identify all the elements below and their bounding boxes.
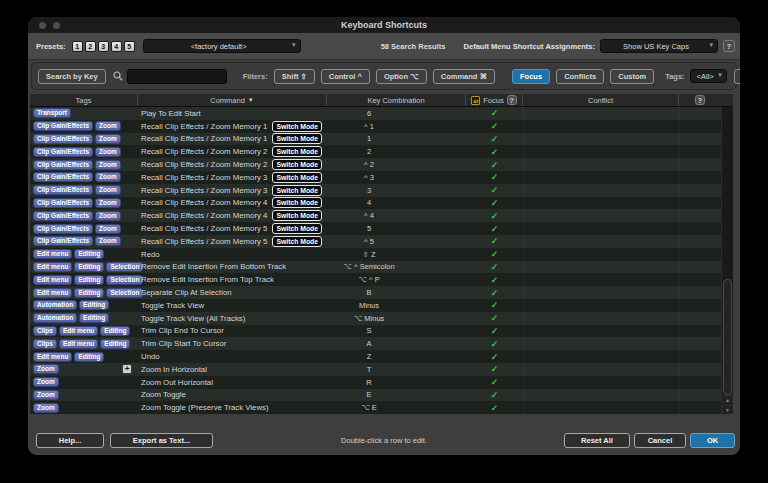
tag-pill[interactable]: Zoom [33,403,59,413]
switch-mode-button[interactable]: Switch Mode [272,223,322,234]
table-row[interactable]: TransportPlay To Edit Start6✓ [30,107,721,120]
table-row[interactable]: Clip Gain/EffectsZoomRecall Clip Effects… [30,133,721,146]
ok-button[interactable]: OK [690,433,735,448]
modifier-filter-button[interactable]: Command ⌘ [433,69,495,84]
table-row[interactable]: AutomationEditingToggle Track ViewMinus✓ [30,299,721,312]
table-row[interactable]: ZoomZoom Out HorizontalR✓ [30,376,721,389]
tag-pill[interactable]: Clip Gain/Effects [33,172,93,182]
scrollbar-thumb[interactable] [723,279,732,395]
expand-button[interactable]: + [122,364,132,374]
tag-pill[interactable]: Zoom [95,147,121,157]
column-header-tags[interactable]: Tags [30,94,138,106]
switch-mode-button[interactable]: Switch Mode [272,197,322,208]
reset-all-button[interactable]: Reset All [564,433,630,448]
tag-pill[interactable]: Zoom [95,172,121,182]
tag-pill[interactable]: Zoom [95,224,121,234]
tag-pill[interactable]: Edit menu [33,262,72,272]
help-button[interactable]: Help... [36,433,104,448]
switch-mode-button[interactable]: Switch Mode [272,210,322,221]
focus-help-button[interactable]: ? [507,95,517,105]
preset-button-3[interactable]: 3 [98,41,109,52]
table-row[interactable]: Clip Gain/EffectsZoomRecall Clip Effects… [30,235,721,248]
tag-pill[interactable]: Automation [33,300,77,310]
tag-pill[interactable]: Editing [79,313,109,323]
vertical-scrollbar[interactable]: ▲ ▼ [721,107,733,415]
column-header-conflict[interactable]: Conflict [523,94,679,106]
column-header-focus[interactable]: az Focus ? [466,94,523,106]
table-row[interactable]: Edit menuEditingSelectionRemove Edit Ins… [30,261,721,274]
tag-pill[interactable]: Edit menu [59,339,98,349]
table-row[interactable]: Clip Gain/EffectsZoomRecall Clip Effects… [30,171,721,184]
tag-pill[interactable]: Clip Gain/Effects [33,121,93,131]
tag-pill[interactable]: Clip Gain/Effects [33,211,93,221]
table-row[interactable]: Clip Gain/EffectsZoomRecall Clip Effects… [30,184,721,197]
cancel-button[interactable]: Cancel [634,433,686,448]
table-row[interactable]: Clip Gain/EffectsZoomRecall Clip Effects… [30,145,721,158]
tag-pill[interactable]: Zoom [95,134,121,144]
table-row[interactable]: Clip Gain/EffectsZoomRecall Clip Effects… [30,120,721,133]
tag-pill[interactable]: Zoom [95,236,121,246]
tag-pill[interactable]: Editing [74,288,104,298]
table-row[interactable]: ClipsEdit menuEditingTrim Clip Start To … [30,337,721,350]
table-row[interactable]: ClipsEdit menuEditingTrim Clip End To Cu… [30,325,721,338]
table-row[interactable]: Zoom+Zoom In HorizontalT✓ [30,363,721,376]
tags-dropdown[interactable]: <All> ▾ [690,69,727,83]
tag-pill[interactable]: Zoom [95,211,121,221]
tag-pill[interactable]: Clip Gain/Effects [33,224,93,234]
search-by-key-button[interactable]: Search by Key [38,69,106,84]
tag-pill[interactable]: Zoom [33,364,59,374]
table-row[interactable]: Edit menuEditingUndoZ✓ [30,350,721,363]
tag-pill[interactable]: Clip Gain/Effects [33,147,93,157]
tag-pill[interactable]: Clip Gain/Effects [33,160,93,170]
table-row[interactable]: ZoomZoom Toggle (Preserve Track Views)⌥ … [30,401,721,414]
tag-pill[interactable]: Zoom [95,185,121,195]
tag-pill[interactable]: Clips [33,326,57,336]
tag-pill[interactable]: Edit menu [33,275,72,285]
tag-pill[interactable]: Editing [74,249,104,259]
minimize-window-icon[interactable] [53,22,60,29]
tag-pill[interactable]: Automation [33,313,77,323]
tag-pill[interactable]: Zoom [95,121,121,131]
tag-pill[interactable]: Zoom [95,160,121,170]
conflict-help-button[interactable]: ? [695,95,705,105]
tag-pill[interactable]: Editing [100,339,130,349]
modifier-filter-button[interactable]: Control ^ [321,69,370,84]
scroll-up-icon[interactable]: ▲ [722,395,733,405]
switch-mode-button[interactable]: Switch Mode [272,236,322,247]
filter-custom-button[interactable]: Custom [610,69,654,84]
export-as-text-button[interactable]: Export as Text... [110,433,213,448]
assignments-dropdown[interactable]: Show US Key Caps ▾ [600,39,718,53]
switch-mode-button[interactable]: Switch Mode [272,133,322,144]
modifier-filter-button[interactable]: Shift ⇧ [274,69,315,84]
tag-pill[interactable]: Edit menu [33,352,72,362]
table-row[interactable]: Edit menuEditingSelectionSeparate Clip A… [30,286,721,299]
table-row[interactable]: Edit menuEditingRedo⇧ Z✓ [30,248,721,261]
table-row[interactable]: Clip Gain/EffectsZoomRecall Clip Effects… [30,197,721,210]
assignments-help-button[interactable]: ? [723,40,735,52]
switch-mode-button[interactable]: Switch Mode [272,121,322,132]
tag-pill[interactable]: Clip Gain/Effects [33,134,93,144]
tag-pill[interactable]: Editing [74,275,104,285]
tag-pill[interactable]: Zoom [33,377,59,387]
table-row[interactable]: Edit menuEditingSelectionRemove Edit Ins… [30,273,721,286]
tag-pill[interactable]: Editing [74,352,104,362]
modifier-filter-button[interactable]: Option ⌥ [376,69,427,84]
switch-mode-button[interactable]: Switch Mode [272,146,322,157]
table-row[interactable]: Clip Gain/EffectsZoomRecall Clip Effects… [30,209,721,222]
table-row[interactable]: AutomationEditingToggle Track View (All … [30,312,721,325]
preset-button-1[interactable]: 1 [72,41,83,52]
filter-conflicts-button[interactable]: Conflicts [556,69,604,84]
column-header-command[interactable]: Command ▼ [138,94,327,106]
tag-pill[interactable]: Clip Gain/Effects [33,198,93,208]
tag-pill[interactable]: Edit menu [33,249,72,259]
table-row[interactable]: Clip Gain/EffectsZoomRecall Clip Effects… [30,222,721,235]
tag-pill[interactable]: Editing [74,262,104,272]
tag-pill[interactable]: Transport [33,108,71,118]
tag-pill[interactable]: Clip Gain/Effects [33,236,93,246]
switch-mode-button[interactable]: Switch Mode [272,172,322,183]
preset-dropdown[interactable]: <factory default> ▾ [143,39,301,53]
tag-pill[interactable]: Clips [33,339,57,349]
tag-pill[interactable]: Clip Gain/Effects [33,185,93,195]
filter-focus-button[interactable]: Focus [512,69,550,84]
tag-pill[interactable]: Zoom [95,198,121,208]
